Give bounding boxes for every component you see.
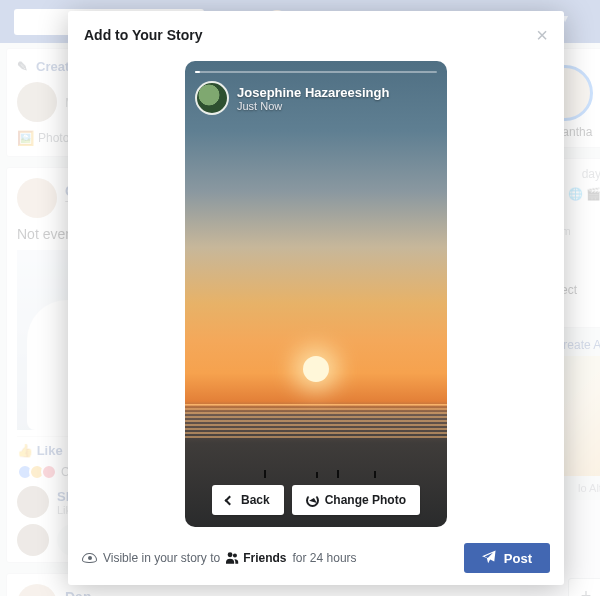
chevron-left-icon xyxy=(225,495,235,505)
close-icon[interactable]: × xyxy=(536,25,548,45)
modal-header: Add to Your Story × xyxy=(68,11,564,55)
story-preview: Josephine Hazareesingh Just Now Back Cha… xyxy=(185,61,447,527)
story-actions: Back Change Photo xyxy=(185,485,447,515)
eye-icon xyxy=(82,553,97,563)
story-poster-time: Just Now xyxy=(237,100,389,112)
audience-selector[interactable]: Friends xyxy=(226,551,286,565)
reload-icon xyxy=(306,494,319,507)
story-poster-name[interactable]: Josephine Hazareesingh xyxy=(237,85,389,100)
story-progress-bar xyxy=(195,71,437,73)
story-preview-wrap: Josephine Hazareesingh Just Now Back Cha… xyxy=(68,55,564,535)
story-poster-avatar[interactable] xyxy=(195,81,229,115)
add-to-story-modal: Add to Your Story × Josephine Hazareesin… xyxy=(68,11,564,585)
modal-title: Add to Your Story xyxy=(84,27,202,43)
friends-icon xyxy=(226,552,239,564)
visibility-info[interactable]: Visible in your story to Friends for 24 … xyxy=(82,551,357,565)
paper-plane-icon xyxy=(482,550,496,567)
story-header: Josephine Hazareesingh Just Now xyxy=(195,71,437,115)
post-button[interactable]: Post xyxy=(464,543,550,573)
modal-footer: Visible in your story to Friends for 24 … xyxy=(68,535,564,585)
change-photo-button[interactable]: Change Photo xyxy=(292,485,420,515)
sunset-sun xyxy=(303,356,329,382)
back-button[interactable]: Back xyxy=(212,485,284,515)
